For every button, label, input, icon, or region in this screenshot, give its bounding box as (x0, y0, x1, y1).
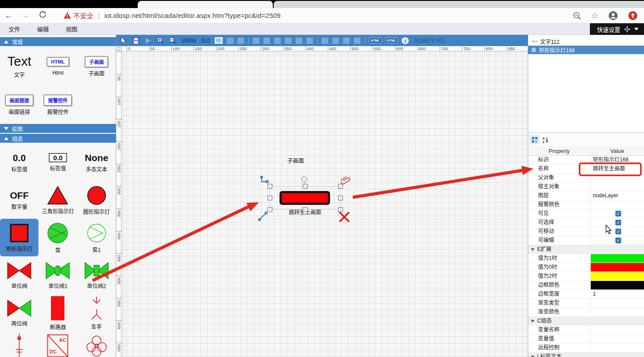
palette-item-单位阀2[interactable]: 单位阀2 (77, 256, 116, 294)
bookmark-star-icon[interactable]: ☆ (591, 11, 598, 21)
color-swatch[interactable] (591, 272, 644, 280)
selection-resize-handle[interactable] (338, 196, 343, 200)
update-reminder-icon[interactable] (628, 11, 638, 21)
categorize-view-icon[interactable] (530, 135, 539, 144)
attachment-paperclip-icon[interactable] (341, 175, 351, 186)
html-preview-button[interactable]: HTML (386, 38, 398, 43)
checkbox-checked[interactable]: ✓ (615, 229, 621, 234)
checkbox-checked[interactable]: ✓ (615, 220, 621, 225)
checkbox-checked[interactable]: ✓ (615, 238, 621, 243)
connector-node-icon[interactable] (260, 175, 270, 185)
info-button[interactable]: i (402, 37, 409, 44)
palette-item-泵[interactable]: 泵 (38, 219, 77, 256)
select-cursor-tool[interactable] (120, 37, 128, 45)
rotate-handle[interactable] (301, 176, 307, 182)
palette-item-两位阀[interactable]: 两位阀 (0, 294, 38, 332)
palette-item-Html[interactable]: HTMLHtml (38, 47, 77, 85)
profile-avatar-icon[interactable] (608, 11, 618, 21)
save-button[interactable] (132, 37, 140, 45)
menu-item-视图[interactable]: 视图 (57, 25, 86, 33)
selection-resize-handle[interactable] (303, 207, 308, 212)
preview-toggle[interactable] (215, 37, 223, 45)
property-value[interactable]: 1 (591, 290, 644, 298)
palette-item-车手[interactable]: 车手 (77, 294, 116, 332)
palette-item-报警控件[interactable]: 报警控件报警控件 (38, 85, 77, 124)
palette-item-文字[interactable]: Text文字 (0, 47, 38, 85)
palette-item-标签值[interactable]: 0.0标签值 (0, 144, 38, 181)
address-bar-url[interactable]: iot.idosp.net/html/scada/editor.aspx.htm… (104, 12, 280, 19)
property-value[interactable]: ✓ (591, 218, 644, 227)
zoom-in-button[interactable] (156, 37, 164, 45)
zoom-out-button[interactable] (168, 37, 176, 45)
palette-item-单位阀[interactable]: 单位阀 (0, 256, 38, 294)
color-swatch[interactable] (591, 263, 644, 272)
palette-item-画面链接[interactable]: 画面链接画面链接 (0, 85, 38, 124)
color-swatch[interactable] (591, 281, 644, 289)
run-button[interactable] (144, 37, 152, 45)
html-source-button[interactable]: HTML (369, 38, 381, 43)
palette-item-多态文本[interactable]: None多态文本 (77, 144, 116, 181)
tree-item-文字112[interactable]: Text文字112 (528, 37, 644, 46)
property-value[interactable]: 跳转至主画面 (591, 165, 644, 173)
property-group-L标签文本[interactable]: L标签文本 (528, 353, 644, 357)
property-value[interactable] (591, 183, 644, 191)
property-value[interactable] (591, 254, 644, 263)
section-header-组态[interactable]: 组态 (0, 134, 116, 143)
section-header-绘图[interactable]: 绘图 (0, 124, 116, 133)
browser-active-tab[interactable] (138, 1, 273, 8)
reload-icon[interactable] (34, 11, 51, 21)
ruler-tick-300: 300 (261, 46, 269, 51)
selection-resize-handle[interactable] (267, 196, 272, 200)
menu-item-编辑[interactable]: 编辑 (29, 25, 57, 33)
palette-item-PT[interactable]: PT (77, 332, 116, 357)
palette-item-断路器[interactable]: 断路器 (38, 294, 77, 332)
palette-item-标签值[interactable]: 0.0标签值 (38, 144, 77, 181)
selection-resize-handle[interactable] (303, 184, 308, 189)
property-value[interactable]: ✓ (591, 227, 644, 236)
line-draw-handle-icon[interactable] (258, 211, 268, 221)
palette-item-单位阀1[interactable]: 单位阀1 (38, 256, 77, 294)
property-value[interactable] (591, 344, 644, 352)
back-button[interactable]: ← (0, 11, 17, 21)
palette-glyph: Text (8, 54, 31, 69)
property-value[interactable]: nodeLayer (591, 191, 644, 200)
property-value[interactable]: 矩形指示灯168 (591, 156, 644, 164)
property-value[interactable] (591, 174, 644, 182)
property-value[interactable] (591, 308, 644, 316)
tree-item-矩形指示灯168[interactable]: 矩形指示灯168 (528, 46, 644, 54)
rect-indicator-component[interactable] (280, 191, 330, 205)
palette-item-矩形指示灯[interactable]: 矩形指示灯 (0, 219, 38, 256)
palette-item-泵1[interactable]: 泵1 (77, 219, 116, 256)
section-header-常规[interactable]: 常规 (0, 37, 116, 46)
property-value[interactable] (591, 272, 644, 280)
design-canvas[interactable]: 子画面 跳转至上画面 (122, 52, 528, 357)
property-group-E扩展[interactable]: E扩展 (528, 245, 644, 254)
menu-item-文件[interactable]: 文件 (0, 25, 29, 33)
palette-item-刀闸[interactable]: 刀闸 (0, 332, 38, 357)
property-value[interactable] (591, 281, 644, 289)
property-group-C组态[interactable]: C组态 (528, 317, 644, 326)
sort-az-icon[interactable]: AZ (541, 135, 550, 144)
property-value[interactable] (591, 263, 644, 272)
delete-x-icon[interactable] (339, 211, 350, 222)
palette-item-三角形指示灯[interactable]: 三角形指示灯 (38, 181, 77, 219)
palette-item-数字量[interactable]: OFF数字量 (0, 181, 38, 219)
quick-settings-button[interactable]: 快速设置 (590, 23, 644, 35)
property-value[interactable] (591, 299, 644, 307)
palette-item-子画面[interactable]: 子画面子画面 (77, 47, 116, 85)
property-value[interactable] (591, 200, 644, 209)
ruler-tick-250: 250 (116, 164, 122, 164)
trolley-icon (88, 296, 106, 321)
subscreen-text[interactable]: 子画面 (282, 156, 309, 165)
property-value[interactable] (591, 326, 644, 334)
security-warning-label[interactable]: 不安全 (73, 11, 93, 20)
color-swatch[interactable] (591, 254, 644, 263)
zoom-out-page-icon[interactable] (573, 12, 581, 20)
checkbox-checked[interactable]: ✓ (615, 211, 621, 217)
palette-item-圆形指示灯[interactable]: 圆形指示灯 (77, 181, 116, 219)
palette-item-逆变器[interactable]: ACDC逆变器 (38, 332, 77, 357)
forward-button[interactable]: → (17, 11, 34, 21)
property-value[interactable]: ✓ (591, 236, 644, 245)
property-value[interactable] (591, 335, 644, 343)
property-value[interactable]: ✓ (591, 209, 644, 218)
